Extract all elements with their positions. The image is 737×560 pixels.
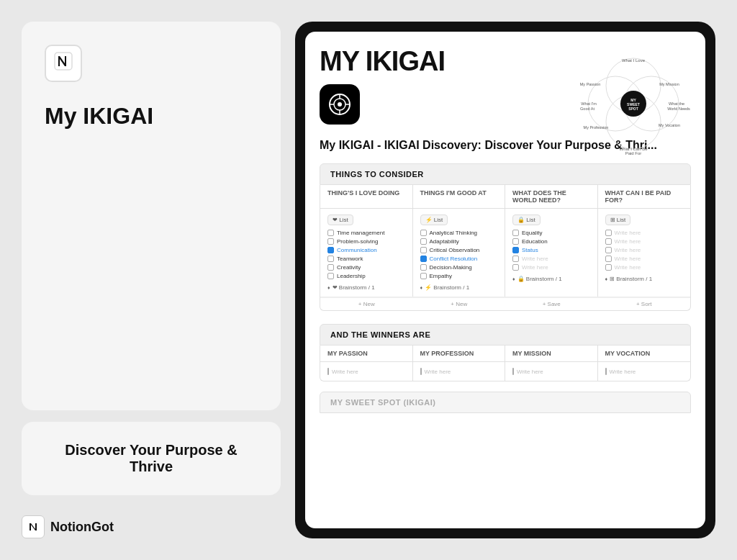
need-brainstorm[interactable]: 🔒 Brainstorm / 1 — [512, 276, 562, 282]
table-body: ❤ List Time management Problem-solving C… — [320, 209, 690, 297]
checkbox-p4[interactable] — [605, 256, 612, 262]
winners-col-bodies: Write here Write here Write here Write h… — [320, 362, 690, 381]
tablet-screen: MY IKIGAI What I Love — [305, 32, 705, 528]
checkbox-n2[interactable] — [512, 238, 519, 245]
svg-text:My Profession: My Profession — [584, 125, 609, 130]
paid-item-2: Write here — [605, 238, 684, 245]
paid-brainstorm[interactable]: ⊞ Brainstorm / 1 — [605, 276, 653, 282]
passion-write[interactable]: Write here — [327, 368, 405, 375]
winners-table: MY PASSION MY PROFESSION MY MISSION MY V… — [320, 346, 691, 381]
paid-col: ⊞ List Write here Write here Write here … — [598, 209, 691, 297]
checkbox-1[interactable] — [327, 230, 334, 236]
love-item-1: Time management — [327, 230, 405, 236]
svg-text:What I Love: What I Love — [622, 58, 646, 63]
svg-text:What the: What the — [669, 101, 684, 106]
winners-section: AND THE WINNERS ARE MY PASSION MY PROFES… — [320, 324, 691, 381]
checkbox-n1[interactable] — [512, 230, 519, 236]
checkbox-g3[interactable] — [420, 247, 427, 253]
outer-container: My IKIGAI Discover Your Purpose & Thrive… — [0, 0, 737, 560]
svg-text:World Needs: World Needs — [667, 107, 690, 111]
checkbox-p2[interactable] — [605, 238, 612, 245]
sweet-spot-header: MY SWEET SPOT (IKIGAI) — [320, 392, 691, 413]
left-title: My IKIGAI — [45, 102, 258, 130]
svg-text:SPOT: SPOT — [628, 107, 638, 111]
checkbox-n5[interactable] — [512, 264, 519, 271]
vocation-write[interactable]: Write here — [605, 368, 684, 375]
tablet-frame: MY IKIGAI What I Love — [295, 22, 715, 538]
checkbox-g4[interactable] — [420, 256, 427, 262]
checkbox-g6[interactable] — [420, 273, 427, 279]
checkbox-g1[interactable] — [420, 230, 427, 236]
view-more-good[interactable]: + New — [413, 297, 506, 310]
svg-text:What I'm: What I'm — [581, 101, 597, 106]
view-more-paid[interactable]: + Sort — [598, 297, 691, 310]
tablet-content: MY IKIGAI What I Love — [305, 32, 705, 528]
col-good-header: THINGS I'M GOOD AT — [413, 185, 506, 208]
left-subtitle-card: Discover Your Purpose & Thrive — [22, 422, 281, 495]
mission-header: MY MISSION — [505, 346, 598, 362]
svg-rect-0 — [55, 53, 72, 70]
good-item-4: Conflict Resolution — [420, 256, 498, 262]
view-more-love[interactable]: + New — [320, 297, 413, 310]
profession-write[interactable]: Write here — [420, 368, 498, 375]
good-item-3: Critical Observation — [420, 247, 498, 253]
need-item-2: Education — [512, 238, 590, 245]
need-type-badge: 🔒 List — [512, 214, 541, 225]
view-more-row: + New + New + Save + Sort — [320, 297, 690, 310]
view-more-need[interactable]: + Save — [505, 297, 598, 310]
checkbox-3[interactable] — [327, 247, 334, 253]
checkbox-g5[interactable] — [420, 264, 427, 271]
winners-section-header: AND THE WINNERS ARE — [320, 324, 691, 346]
need-col: 🔒 List Equality Education Status Write h… — [505, 209, 598, 297]
good-brainstorm[interactable]: ⚡ Brainstorm / 1 — [420, 284, 470, 291]
checkbox-n3[interactable] — [512, 247, 519, 253]
checkbox-5[interactable] — [327, 264, 334, 271]
love-item-5: Creativity — [327, 264, 405, 271]
svg-text:Good At: Good At — [580, 107, 594, 111]
col-love-header: THING'S I LOVE DOING — [320, 185, 413, 208]
mission-write[interactable]: Write here — [512, 368, 590, 375]
col-need-header: WHAT DOES THE WORLD NEED? — [505, 185, 598, 208]
brand-footer: NotionGot — [22, 515, 281, 538]
page-main-title: MY IKIGAI — [320, 46, 445, 77]
love-col: ❤ List Time management Problem-solving C… — [320, 209, 413, 297]
things-section: THINGS TO CONSIDER THING'S I LOVE DOING … — [320, 163, 691, 311]
table-col-headers: THING'S I LOVE DOING THINGS I'M GOOD AT … — [320, 185, 690, 209]
good-item-5: Decision-Making — [420, 264, 498, 271]
sweet-spot-section: MY SWEET SPOT (IKIGAI) — [320, 392, 691, 413]
checkbox-g2[interactable] — [420, 238, 427, 245]
notion-logo-letter — [53, 50, 74, 77]
things-section-header: THINGS TO CONSIDER — [320, 163, 691, 185]
good-item-2: Adaptability — [420, 238, 498, 245]
love-item-4: Teamwork — [327, 256, 405, 262]
love-brainstorm[interactable]: ❤ Brainstorm / 1 — [327, 284, 375, 291]
notion-icon-box — [45, 45, 82, 82]
svg-text:My Vocation: My Vocation — [659, 123, 680, 127]
good-item-6: Empathy — [420, 273, 498, 279]
things-table: THING'S I LOVE DOING THINGS I'M GOOD AT … — [320, 185, 691, 311]
venn-diagram: What I Love My Mission What the World Ne… — [576, 46, 691, 161]
col-paid-header: WHAT CAN I BE PAID FOR? — [598, 185, 691, 208]
need-item-4: Write here — [512, 256, 590, 262]
checkbox-4[interactable] — [327, 256, 334, 262]
paid-item-3: Write here — [605, 247, 684, 253]
good-type-badge: ⚡ List — [420, 214, 448, 225]
love-item-3: Communication — [327, 247, 405, 253]
love-item-6: Leadership — [327, 273, 405, 279]
love-item-2: Problem-solving — [327, 238, 405, 245]
paid-item-4: Write here — [605, 256, 684, 262]
winners-col-headers: MY PASSION MY PROFESSION MY MISSION MY V… — [320, 346, 690, 362]
checkbox-2[interactable] — [327, 238, 334, 245]
checkbox-6[interactable] — [327, 273, 334, 279]
brand-name: NotionGot — [50, 520, 114, 535]
love-type-badge: ❤ List — [327, 214, 353, 225]
svg-text:My Mission: My Mission — [659, 82, 679, 86]
checkbox-p5[interactable] — [605, 264, 612, 271]
checkbox-p1[interactable] — [605, 230, 612, 236]
svg-text:Paid For: Paid For — [625, 151, 642, 155]
mission-body: Write here — [505, 362, 598, 381]
checkbox-n4[interactable] — [512, 256, 519, 262]
profession-body: Write here — [413, 362, 506, 381]
passion-body: Write here — [320, 362, 413, 381]
checkbox-p3[interactable] — [605, 247, 612, 253]
